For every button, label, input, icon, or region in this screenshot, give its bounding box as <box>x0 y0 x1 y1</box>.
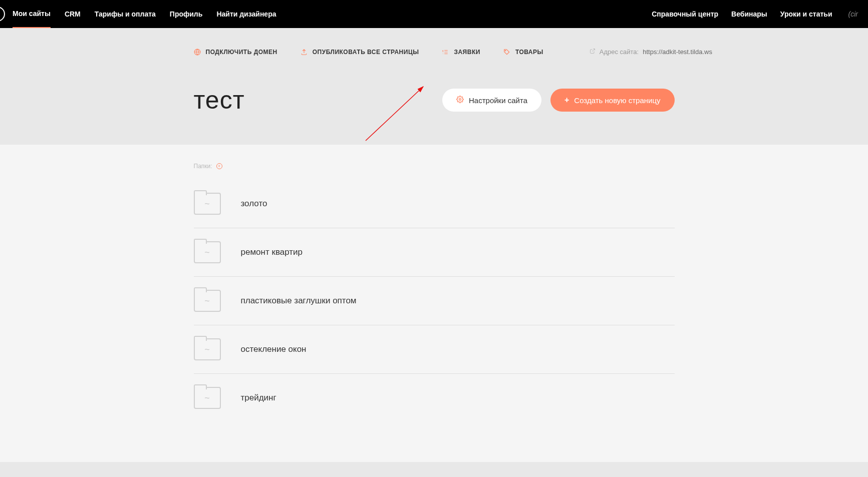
folders-header: Папки: + <box>194 163 675 170</box>
folder-name: золото <box>241 199 267 209</box>
upload-icon <box>301 49 308 56</box>
add-folder-button[interactable]: + <box>216 163 222 169</box>
folder-name: ремонт квартир <box>241 247 303 257</box>
folder-name: трейдинг <box>241 393 276 403</box>
folder-name: остекление окон <box>241 344 307 354</box>
folder-icon: ~ <box>194 193 221 215</box>
status-text: (cir <box>848 10 858 18</box>
folder-icon: ~ <box>194 241 221 263</box>
nav-find-designer[interactable]: Найти дизайнера <box>216 1 276 28</box>
toolbar-connect-domain[interactable]: ПОДКЛЮЧИТЬ ДОМЕН <box>194 49 277 56</box>
toolbar-label: ТОВАРЫ <box>515 49 543 56</box>
nav-articles[interactable]: Уроки и статьи <box>780 1 832 28</box>
toolbar-publish-all[interactable]: ОПУБЛИКОВАТЬ ВСЕ СТРАНИЦЫ <box>301 49 419 56</box>
title-actions: Настройки сайта + Создать новую страницу <box>442 89 675 112</box>
topbar: Мои сайты CRM Тарифы и оплата Профиль На… <box>0 0 868 28</box>
nav-webinars[interactable]: Вебинары <box>731 1 767 28</box>
svg-line-3 <box>366 87 423 141</box>
toolbar-products[interactable]: ТОВАРЫ <box>503 49 543 56</box>
folder-icon: ~ <box>194 338 221 360</box>
external-link-icon <box>590 48 596 56</box>
topnav-left: Мои сайты CRM Тарифы и оплата Профиль На… <box>13 0 276 29</box>
svg-point-1 <box>505 50 506 51</box>
site-title: тест <box>194 86 245 115</box>
nav-help-center[interactable]: Справочный центр <box>652 1 718 28</box>
gear-icon <box>456 96 464 105</box>
nav-my-sites[interactable]: Мои сайты <box>13 0 51 29</box>
site-url-label: Адрес сайта: <box>600 48 639 56</box>
folder-row[interactable]: ~ трейдинг <box>194 374 675 422</box>
hero-section: ПОДКЛЮЧИТЬ ДОМЕН ОПУБЛИКОВАТЬ ВСЕ СТРАНИ… <box>0 28 868 145</box>
topnav-right: Справочный центр Вебинары Уроки и статьи… <box>652 1 858 28</box>
site-url: Адрес сайта: https://adkit-test.tilda.ws <box>590 48 712 56</box>
folder-name: пластиковые заглушки оптом <box>241 296 357 306</box>
folder-icon: ~ <box>194 290 221 312</box>
create-page-button[interactable]: + Создать новую страницу <box>550 89 675 112</box>
arrow-annotation-icon <box>361 81 446 146</box>
tag-icon <box>503 49 510 56</box>
logo-icon[interactable] <box>0 7 5 22</box>
button-label: Создать новую страницу <box>574 96 660 105</box>
toolbar-label: ЗАЯВКИ <box>454 49 480 56</box>
svg-point-2 <box>459 99 461 101</box>
folder-icon: ~ <box>194 387 221 409</box>
plus-icon: + <box>564 96 569 105</box>
folder-row[interactable]: ~ остекление окон <box>194 325 675 374</box>
folder-row[interactable]: ~ пластиковые заглушки оптом <box>194 277 675 325</box>
button-label: Настройки сайта <box>469 96 527 105</box>
folder-row[interactable]: ~ ремонт квартир <box>194 228 675 277</box>
globe-icon <box>194 49 201 56</box>
folder-row[interactable]: ~ золото <box>194 180 675 228</box>
toolbar-label: ОПУБЛИКОВАТЬ ВСЕ СТРАНИЦЫ <box>313 49 419 56</box>
nav-profile[interactable]: Профиль <box>170 1 203 28</box>
list-icon <box>442 49 449 56</box>
toolbar-leads[interactable]: ЗАЯВКИ <box>442 49 480 56</box>
nav-tariffs[interactable]: Тарифы и оплата <box>95 1 156 28</box>
site-settings-button[interactable]: Настройки сайта <box>442 89 541 112</box>
site-url-link[interactable]: https://adkit-test.tilda.ws <box>643 48 712 56</box>
toolbar-label: ПОДКЛЮЧИТЬ ДОМЕН <box>206 49 277 56</box>
nav-crm[interactable]: CRM <box>65 1 81 28</box>
folders-label: Папки: <box>194 163 212 170</box>
content-section: Папки: + ~ золото ~ ремонт квартир ~ пла… <box>0 145 868 462</box>
toolbar: ПОДКЛЮЧИТЬ ДОМЕН ОПУБЛИКОВАТЬ ВСЕ СТРАНИ… <box>194 48 675 56</box>
